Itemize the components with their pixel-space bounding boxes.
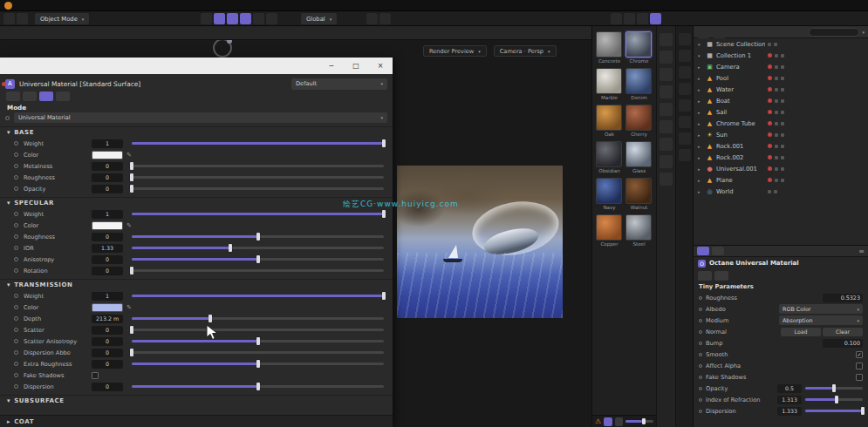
expand-icon[interactable]: ▸: [698, 121, 703, 126]
checkbox[interactable]: [92, 372, 99, 379]
material-thumbnail[interactable]: [625, 31, 652, 58]
slider-handle[interactable]: [256, 255, 260, 263]
section-header-subsurface[interactable]: ▾ SUBSURFACE: [0, 395, 393, 406]
material-item[interactable]: Walnut: [625, 178, 653, 212]
render-disabled-icon[interactable]: [768, 76, 772, 80]
color-swatch[interactable]: [92, 221, 123, 230]
selectability-toggle-icon[interactable]: [781, 156, 784, 159]
outliner-row[interactable]: ▸ ▲ Rock.001: [694, 140, 868, 152]
material-item[interactable]: Chrome: [625, 31, 653, 65]
pen-icon[interactable]: [679, 116, 691, 128]
value-field[interactable]: 0: [92, 185, 123, 193]
move-icon[interactable]: [660, 68, 673, 81]
visibility-toggle-icon[interactable]: [775, 88, 778, 92]
dialog-titlebar[interactable]: ─ □ ×: [0, 58, 393, 74]
material-item[interactable]: Concrete: [596, 31, 623, 65]
visibility-toggle-icon[interactable]: [775, 111, 778, 114]
node-icon[interactable]: [679, 66, 691, 78]
layers-icon[interactable]: [679, 83, 691, 95]
slider-handle[interactable]: [861, 407, 865, 415]
expand-icon[interactable]: ▸: [698, 110, 703, 115]
material-thumbnail[interactable]: [596, 68, 622, 94]
slider[interactable]: [132, 187, 384, 190]
select-box-icon[interactable]: [660, 33, 673, 46]
value-field[interactable]: 1: [92, 210, 123, 219]
outliner-row[interactable]: ▸ ▲ Plane: [694, 174, 868, 186]
slider-handle[interactable]: [130, 185, 133, 193]
visibility-toggle-icon[interactable]: [768, 190, 771, 193]
thumbnail-size-slider[interactable]: [625, 420, 653, 423]
material-thumbnail[interactable]: [625, 178, 652, 204]
scale-icon[interactable]: [660, 103, 673, 116]
value-field[interactable]: 0: [92, 349, 123, 357]
render-disabled-icon[interactable]: [768, 87, 772, 92]
slider[interactable]: [132, 351, 384, 354]
visibility-toggle-icon[interactable]: [775, 156, 778, 159]
material-thumbnail[interactable]: [596, 31, 622, 58]
material-thumbnail[interactable]: [596, 105, 622, 131]
dropdown[interactable]: Absorption▾: [779, 315, 863, 325]
value-field[interactable]: 0: [92, 173, 123, 182]
visibility-toggle-icon[interactable]: [775, 99, 778, 103]
material-item[interactable]: Navy: [596, 178, 623, 212]
slider[interactable]: [132, 269, 384, 272]
snap-icon[interactable]: [214, 13, 225, 24]
dialog-tab[interactable]: [39, 92, 53, 101]
value-field[interactable]: 0: [92, 360, 123, 369]
close-button[interactable]: ×: [368, 58, 393, 74]
render-disabled-icon[interactable]: [768, 64, 772, 69]
editor-type-icon[interactable]: [3, 13, 15, 24]
expand-icon[interactable]: ▾: [698, 42, 703, 47]
value-field[interactable]: 0.100: [823, 339, 863, 348]
maximize-button[interactable]: □: [344, 58, 368, 74]
slider-handle[interactable]: [835, 396, 838, 403]
filter-icon[interactable]: [713, 25, 726, 38]
chevron-down-icon[interactable]: ▾: [862, 30, 865, 35]
library-toggle-button[interactable]: [615, 417, 623, 426]
visibility-toggle-icon[interactable]: [775, 145, 778, 148]
slider[interactable]: [132, 235, 384, 238]
section-header-coat[interactable]: ▸ COAT: [0, 415, 393, 427]
value-field[interactable]: 0.5: [777, 384, 802, 393]
expand-icon[interactable]: ▸: [698, 189, 703, 194]
load-button[interactable]: Load: [781, 328, 821, 336]
slider[interactable]: [132, 247, 384, 249]
navigation-gizmo[interactable]: [213, 38, 232, 58]
dialog-tab[interactable]: [56, 92, 70, 101]
visibility-toggle-icon[interactable]: [775, 179, 778, 182]
expand-icon[interactable]: ▸: [698, 178, 703, 183]
slider[interactable]: [132, 329, 384, 331]
cursor-icon[interactable]: [660, 51, 673, 64]
app-logo-icon[interactable]: [4, 2, 12, 10]
sphere-icon[interactable]: [660, 173, 673, 186]
material-thumbnail[interactable]: [625, 214, 652, 241]
outliner-row[interactable]: ▸ ▣ Camera: [694, 61, 868, 72]
expand-icon[interactable]: ▸: [698, 87, 703, 92]
material-item[interactable]: Marble: [596, 68, 623, 102]
material-thumbnail[interactable]: [625, 105, 652, 131]
value-field[interactable]: 1: [92, 139, 123, 148]
outliner-type-icon[interactable]: [697, 25, 710, 38]
slider[interactable]: [132, 165, 384, 167]
expand-icon[interactable]: ▸: [698, 98, 703, 104]
expand-icon[interactable]: ▾: [698, 53, 703, 58]
outliner-row[interactable]: ▸ ● Universal.001: [694, 163, 868, 174]
dialog-tab[interactable]: [23, 92, 37, 101]
material-thumbnail[interactable]: [596, 141, 622, 167]
slider[interactable]: [805, 387, 863, 390]
menu-icon[interactable]: [679, 149, 691, 161]
mode-dropdown[interactable]: Object Mode▾: [35, 13, 89, 24]
render-disabled-icon[interactable]: [768, 110, 772, 114]
workspace-icon[interactable]: [611, 13, 622, 24]
render-disabled-icon[interactable]: [768, 53, 772, 58]
visibility-toggle-icon[interactable]: [775, 54, 778, 58]
anchor-icon[interactable]: [679, 33, 691, 45]
square-icon[interactable]: [679, 132, 691, 145]
dropdown[interactable]: RGB Color▾: [779, 304, 863, 314]
checkbox[interactable]: ✓: [856, 351, 863, 358]
value-field[interactable]: 0: [92, 255, 123, 264]
options-menu-icon[interactable]: ≡: [858, 247, 865, 255]
slider[interactable]: [132, 317, 384, 320]
expand-icon[interactable]: ▸: [698, 76, 703, 81]
preset-dropdown[interactable]: Default▾: [291, 78, 387, 90]
